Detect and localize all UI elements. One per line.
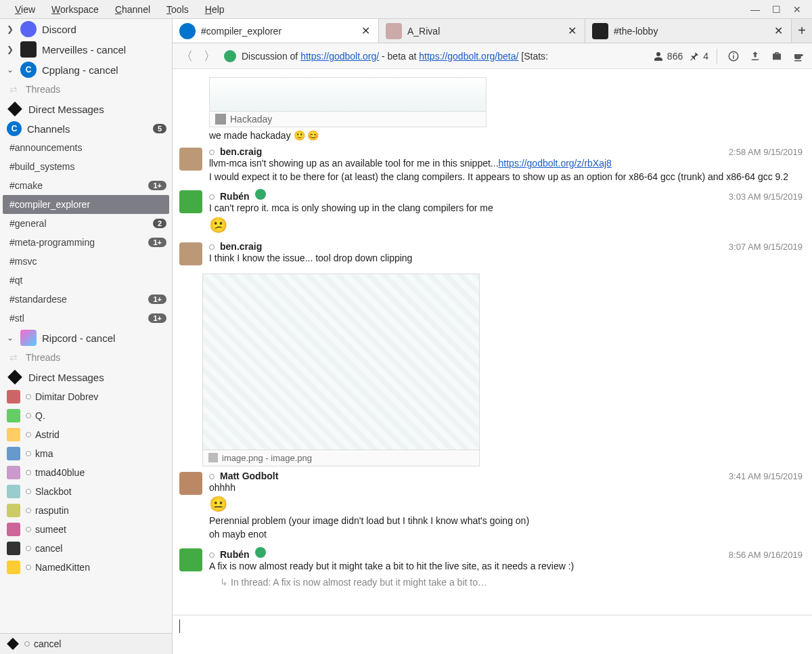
tab-close-button[interactable]: ✕ xyxy=(566,24,578,37)
coffee-icon[interactable] xyxy=(790,50,807,62)
message-author[interactable]: Rubén xyxy=(220,191,250,202)
window-minimize[interactable]: — xyxy=(750,4,760,15)
topic-link-1[interactable]: https://godbolt.org/ xyxy=(300,51,379,62)
tab-close-button[interactable]: ✕ xyxy=(773,24,784,37)
server-merveilles[interactable]: ❯ Merveilles - cancel xyxy=(0,39,172,60)
sidebar-user[interactable]: rasputin xyxy=(0,501,172,520)
reaction[interactable]: 😐 xyxy=(209,494,803,515)
message-link[interactable]: https://godbolt.org/z/rbXaj8 xyxy=(499,158,612,169)
content-panel: #compiler_explorer✕A_Rival✕#the-lobby✕ +… xyxy=(173,19,812,654)
sidebar-channel[interactable]: #general2 xyxy=(0,214,172,233)
member-count[interactable]: 866 xyxy=(652,50,683,62)
briefcase-icon[interactable] xyxy=(769,50,785,62)
menu-help[interactable]: Help xyxy=(197,3,233,16)
avatar xyxy=(7,542,20,555)
menu-tools[interactable]: Tools xyxy=(158,3,197,16)
attachment-image xyxy=(210,78,486,112)
avatar xyxy=(7,523,20,536)
sidebar-user[interactable]: Slackbot xyxy=(0,482,172,501)
threads-section[interactable]: ⇄ Threads xyxy=(0,80,172,99)
avatar[interactable] xyxy=(179,472,202,495)
window-close[interactable]: ✕ xyxy=(793,4,801,15)
avatar[interactable] xyxy=(179,190,202,213)
avatar[interactable] xyxy=(179,148,202,171)
channels-section[interactable]: C Channels 5 xyxy=(0,119,172,138)
user-name: tmad40blue xyxy=(35,467,85,478)
window-maximize[interactable]: ☐ xyxy=(772,4,781,15)
cpplang-icon: C xyxy=(20,62,37,78)
sidebar-user[interactable]: Q. xyxy=(0,406,172,425)
message-row: Matt Godbolt3:41 AM 9/15/2019ohhhh😐Peren… xyxy=(173,469,812,546)
sidebar-user[interactable]: kma xyxy=(0,444,172,463)
tab[interactable]: #the-lobby✕ xyxy=(585,19,792,43)
direct-messages-section[interactable]: Direct Messages xyxy=(0,367,172,387)
threads-section[interactable]: ⇄ Threads xyxy=(0,348,172,367)
sidebar-user[interactable]: Astrid xyxy=(0,425,172,444)
tab-icon xyxy=(179,23,196,39)
self-user-row[interactable]: cancel xyxy=(0,633,172,654)
presence-indicator xyxy=(209,244,215,250)
sidebar-user[interactable]: sumeet xyxy=(0,520,172,539)
presence-indicator xyxy=(209,552,215,558)
sidebar-channel[interactable]: #compiler_explorer xyxy=(3,195,169,214)
sidebar-channel[interactable]: #msvc xyxy=(0,252,172,271)
sidebar-channel[interactable]: #qt xyxy=(0,271,172,290)
direct-messages-section[interactable]: Direct Messages xyxy=(0,99,172,119)
unread-badge: 2 xyxy=(153,219,166,228)
unread-badge: 1+ xyxy=(148,313,166,323)
nav-forward-button[interactable]: 〉 xyxy=(201,48,219,64)
tab[interactable]: A_Rival✕ xyxy=(379,19,585,43)
sidebar-user[interactable]: Dimitar Dobrev xyxy=(0,387,172,406)
channel-label: #cmake xyxy=(9,180,143,191)
threads-icon: ⇄ xyxy=(7,352,20,363)
author-badge-icon xyxy=(255,547,266,558)
menu-channel[interactable]: Channel xyxy=(107,3,158,16)
threads-label: Threads xyxy=(26,84,60,95)
chevron-down-icon: ⌄ xyxy=(5,65,15,74)
avatar[interactable] xyxy=(179,242,202,265)
message-list[interactable]: Hackadaywe made hackaday 🙂 😊ben.craig2:5… xyxy=(173,69,812,615)
topic-link-2[interactable]: https://godbolt.org/beta/ xyxy=(419,51,518,62)
sidebar-channel[interactable]: #build_systems xyxy=(0,157,172,176)
chevron-right-icon: ❯ xyxy=(5,24,15,34)
sidebar-channel[interactable]: #meta-programming1+ xyxy=(0,233,172,252)
message-author[interactable]: Matt Godbolt xyxy=(220,471,278,481)
server-cpplang[interactable]: ⌄ C Cpplang - cancel xyxy=(0,60,172,80)
presence-indicator xyxy=(26,565,31,570)
message-row: ben.craig2:58 AM 9/15/2019llvm-mca isn't… xyxy=(173,145,812,188)
message-input[interactable] xyxy=(179,633,805,650)
sidebar-channel[interactable]: #stl1+ xyxy=(0,309,172,328)
menubar: View Workspace Channel Tools Help — ☐ ✕ xyxy=(0,0,812,19)
attachment[interactable]: Hackaday xyxy=(209,77,487,127)
sidebar-user[interactable]: NamedKitten xyxy=(0,558,172,577)
sidebar-channel[interactable]: #cmake1+ xyxy=(0,176,172,195)
reaction[interactable]: 😕 xyxy=(209,215,803,236)
server-ripcord[interactable]: ⌄ Ripcord - cancel xyxy=(0,328,172,348)
message-author[interactable]: ben.craig xyxy=(220,241,262,252)
nav-back-button[interactable]: 〈 xyxy=(178,48,196,64)
tab-add-button[interactable]: + xyxy=(792,19,812,43)
tab-close-button[interactable]: ✕ xyxy=(360,24,371,37)
upload-icon[interactable] xyxy=(747,50,763,62)
avatar xyxy=(7,390,20,404)
pin-count[interactable]: 4 xyxy=(688,50,708,62)
presence-indicator xyxy=(26,508,31,513)
attachment[interactable]: image.png - image.png xyxy=(202,274,480,466)
tab[interactable]: #compiler_explorer✕ xyxy=(173,19,379,43)
sidebar-user[interactable]: tmad40blue xyxy=(0,463,172,482)
presence-indicator xyxy=(26,432,31,437)
menu-view[interactable]: View xyxy=(7,3,43,16)
thread-reference[interactable]: ↳In thread: A fix is now almost ready bu… xyxy=(173,577,812,593)
sidebar-channel[interactable]: #announcements xyxy=(0,138,172,157)
sidebar-channel[interactable]: #standardese1+ xyxy=(0,290,172,309)
message-author[interactable]: ben.craig xyxy=(220,146,262,157)
message-author[interactable]: Rubén xyxy=(220,549,250,560)
avatar[interactable] xyxy=(179,548,202,571)
message-timestamp: 8:56 AM 9/16/2019 xyxy=(729,550,803,560)
avatar xyxy=(7,466,20,479)
info-icon[interactable] xyxy=(725,50,742,62)
sidebar-user[interactable]: cancel xyxy=(0,539,172,558)
server-label: Discord xyxy=(42,24,76,35)
menu-workspace[interactable]: Workspace xyxy=(43,3,107,16)
server-discord[interactable]: ❯ Discord xyxy=(0,19,172,39)
